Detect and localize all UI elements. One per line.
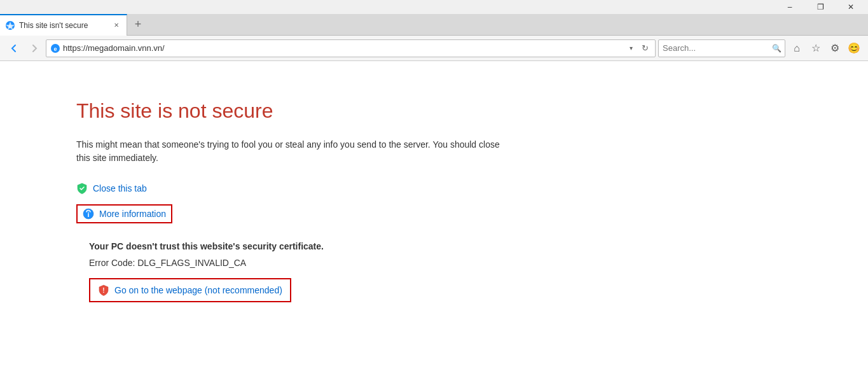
- forward-button[interactable]: [25, 39, 43, 57]
- emoji-button[interactable]: 😊: [845, 39, 863, 57]
- svg-text:e: e: [53, 46, 57, 52]
- new-tab-button[interactable]: +: [127, 14, 149, 36]
- go-on-label: Go on to the webpage (not recommended): [114, 285, 282, 295]
- home-button[interactable]: ⌂: [788, 39, 806, 57]
- close-tab-link[interactable]: Close this tab: [76, 183, 147, 194]
- more-info-button[interactable]: i More information: [76, 204, 172, 223]
- details-section: Your PC doesn't trust this website's sec…: [89, 241, 792, 302]
- more-info-label: More information: [99, 209, 166, 219]
- error-code: Error Code: DLG_FLAGS_INVALID_CA: [89, 258, 792, 268]
- tabbar: e This site isn't secure ✕ +: [0, 14, 868, 36]
- error-description: This might mean that someone's trying to…: [76, 138, 509, 165]
- shield-green-icon: [76, 183, 88, 194]
- titlebar: – ❐ ✕: [0, 0, 868, 14]
- minimize-button[interactable]: –: [775, 0, 804, 14]
- url-input[interactable]: [63, 43, 623, 53]
- error-page-content: This site is not secure This might mean …: [0, 61, 868, 367]
- info-icon: i: [83, 208, 94, 220]
- favorites-button[interactable]: ☆: [807, 39, 825, 57]
- url-bar[interactable]: e ▾ ↻: [46, 39, 656, 57]
- close-button[interactable]: ✕: [836, 0, 865, 14]
- svg-text:e: e: [8, 23, 11, 29]
- tab-close-button[interactable]: ✕: [111, 20, 121, 31]
- tab-favicon: e: [5, 20, 15, 31]
- shield-danger-icon: !: [98, 284, 109, 296]
- search-bar[interactable]: 🔍: [658, 39, 785, 57]
- go-on-button[interactable]: ! Go on to the webpage (not recommended): [89, 278, 291, 302]
- page-title: This site is not secure: [76, 99, 792, 123]
- search-button[interactable]: 🔍: [772, 42, 782, 55]
- addressbar: e ▾ ↻ 🔍 ⌂ ☆ ⚙ 😊: [0, 36, 868, 61]
- url-dropdown-icon[interactable]: ▾: [626, 43, 636, 53]
- svg-text:i: i: [87, 211, 89, 218]
- url-favicon-icon: e: [50, 43, 60, 53]
- refresh-button[interactable]: ↻: [638, 42, 651, 55]
- toolbar-icons: ⌂ ☆ ⚙ 😊: [788, 39, 863, 57]
- svg-text:!: !: [102, 287, 104, 294]
- tab-title: This site isn't secure: [19, 21, 107, 30]
- details-title: Your PC doesn't trust this website's sec…: [89, 241, 792, 251]
- active-tab[interactable]: e This site isn't secure ✕: [0, 14, 127, 36]
- close-tab-label: Close this tab: [93, 183, 147, 193]
- search-input[interactable]: [663, 43, 769, 53]
- back-button[interactable]: [5, 39, 23, 57]
- settings-button[interactable]: ⚙: [826, 39, 844, 57]
- maximize-button[interactable]: ❐: [806, 0, 835, 14]
